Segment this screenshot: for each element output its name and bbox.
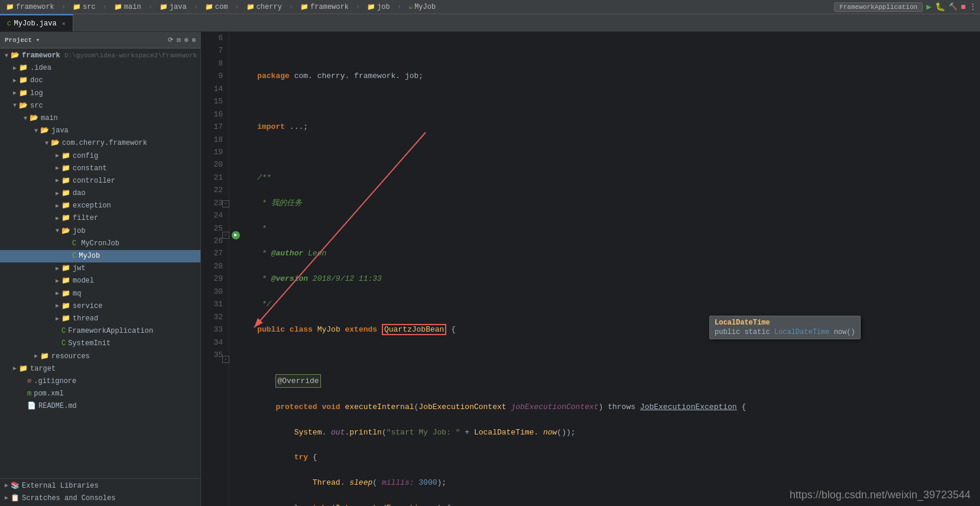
tree-item-service[interactable]: ▶ 📁 service bbox=[0, 300, 200, 313]
stop-button[interactable]: ■ bbox=[961, 2, 966, 12]
folder-icon-dao: 📁 bbox=[61, 188, 70, 199]
more-button[interactable]: ⋮ bbox=[969, 2, 976, 11]
top-nav-framework[interactable]: 📁 framework bbox=[4, 3, 57, 11]
folder-icon: 📁 bbox=[160, 3, 168, 11]
tree-item-job[interactable]: ▼ 📂 job bbox=[0, 225, 200, 238]
tree-item-dao[interactable]: ▶ 📁 dao bbox=[0, 187, 200, 200]
tree-item-doc[interactable]: ▶ 📁 doc bbox=[0, 74, 200, 87]
tree-item-model[interactable]: ▶ 📁 model bbox=[0, 275, 200, 287]
tree-arrow-java: ▼ bbox=[32, 126, 40, 136]
top-nav-main[interactable]: 📁 main bbox=[112, 3, 144, 11]
java-icon-systeminit: C bbox=[61, 338, 66, 349]
tree-item-filter[interactable]: ▶ 📁 filter bbox=[0, 212, 200, 225]
pom-icon: m bbox=[27, 388, 31, 400]
tree-arrow-controller: ▶ bbox=[53, 176, 61, 186]
tooltip-method: now() bbox=[829, 328, 855, 336]
top-nav-myjob[interactable]: ☕ MyJob bbox=[406, 2, 438, 11]
tree-item-config[interactable]: ▶ 📁 config bbox=[0, 150, 200, 163]
tree-item-controller[interactable]: ▶ 📁 controller bbox=[0, 175, 200, 187]
ext-libs-icon: 📚 bbox=[11, 481, 20, 492]
top-nav-java[interactable]: 📁 java bbox=[157, 3, 189, 11]
tree-item-systeminit[interactable]: C SystemInit bbox=[0, 338, 200, 350]
tree-item-readme[interactable]: 📄 README.md bbox=[0, 400, 200, 413]
run-config-selector[interactable]: FrameworkApplication bbox=[834, 2, 923, 12]
collapse-icon[interactable]: ⊟ bbox=[177, 36, 181, 44]
tree-item-java[interactable]: ▼ 📂 java bbox=[0, 125, 200, 137]
folder-icon-model: 📁 bbox=[61, 275, 70, 287]
top-nav-cherry[interactable]: 📁 cherry bbox=[244, 3, 284, 11]
sidebar-tree: ▼ 📂 framework D:\gyoom\idea-workspace2\f… bbox=[0, 48, 200, 478]
settings-icon[interactable]: ⚙ bbox=[184, 36, 189, 44]
top-nav-com[interactable]: 📁 com bbox=[203, 3, 231, 11]
tooltip-title: LocalDateTime bbox=[715, 319, 855, 327]
tooltip-classref: LocalDateTime bbox=[774, 328, 830, 336]
tree-item-ext-libs[interactable]: ▶ 📚 External Libraries bbox=[0, 480, 200, 492]
tree-item-mycrondob[interactable]: C MyCronJob bbox=[0, 238, 200, 250]
tree-arrow-main: ▼ bbox=[21, 114, 30, 124]
folder-icon-com-cherry: 📂 bbox=[51, 138, 60, 149]
folder-icon-controller: 📁 bbox=[61, 176, 70, 187]
top-bar: 📁 framework › 📁 src › 📁 main › 📁 java › … bbox=[0, 0, 980, 14]
tree-arrow-constant: ▶ bbox=[53, 164, 61, 173]
debug-button[interactable]: 🐛 bbox=[935, 2, 945, 12]
tab-close-button[interactable]: ✕ bbox=[62, 20, 66, 27]
tree-item-com-cherry[interactable]: ▼ 📂 com.cherry.framework bbox=[0, 137, 200, 150]
gear-icon[interactable]: ⚙ bbox=[192, 36, 196, 44]
tree-arrow-thread: ▶ bbox=[53, 314, 61, 324]
fold-icon-24[interactable]: - bbox=[222, 230, 229, 239]
tree-arrow-scratches: ▶ bbox=[2, 494, 11, 503]
tree-item-src[interactable]: ▼ 📂 src bbox=[0, 100, 200, 112]
top-nav-src[interactable]: 📁 src bbox=[70, 3, 98, 11]
folder-icon-target: 📁 bbox=[19, 364, 28, 375]
tree-item-thread[interactable]: ▶ 📁 thread bbox=[0, 313, 200, 325]
tree-item-main[interactable]: ▼ 📂 main bbox=[0, 112, 200, 125]
run-button[interactable]: ▶ bbox=[926, 2, 931, 12]
folder-icon-main: 📂 bbox=[30, 113, 38, 124]
tree-item-target[interactable]: ▶ 📁 target bbox=[0, 363, 200, 375]
folder-icon: 📁 bbox=[367, 3, 375, 11]
folder-icon-exception: 📁 bbox=[61, 200, 70, 212]
build-button[interactable]: 🔨 bbox=[949, 2, 958, 11]
sync-icon[interactable]: ⟳ bbox=[168, 36, 173, 44]
folder-icon: 📁 bbox=[6, 3, 14, 11]
code-area[interactable]: 6 7 8 9 14 15 16 17 18 19 20 21 22 23 24 bbox=[201, 32, 980, 506]
scratches-icon: 📋 bbox=[11, 493, 20, 504]
java-icon-myjob: C bbox=[72, 251, 76, 262]
tree-item-myjob[interactable]: C MyJob bbox=[0, 250, 200, 262]
tree-item-frameworkapp[interactable]: C FrameworkApplication bbox=[0, 325, 200, 338]
tree-item-idea[interactable]: ▶ 📁 .idea bbox=[0, 62, 200, 74]
fold-icon-33[interactable]: - bbox=[222, 354, 229, 363]
tree-item-pom[interactable]: m pom.xml bbox=[0, 388, 200, 400]
tab-java-icon: C bbox=[7, 20, 11, 27]
tree-item-gitignore[interactable]: ⊘ .gitignore bbox=[0, 375, 200, 388]
gutter-run-icon[interactable]: ▶ bbox=[232, 230, 240, 239]
project-label: Project ▾ bbox=[5, 36, 40, 44]
tree-arrow-mq: ▶ bbox=[53, 289, 61, 299]
main-layout: Project ▾ ⟳ ⊟ ⚙ ⚙ ▼ 📂 framework D:\gyoom… bbox=[0, 32, 980, 506]
tree-item-constant[interactable]: ▶ 📁 constant bbox=[0, 163, 200, 175]
tree-arrow-doc: ▶ bbox=[11, 76, 19, 86]
tree-item-scratches[interactable]: ▶ 📋 Scratches and Consoles bbox=[0, 492, 200, 505]
tree-arrow-log: ▶ bbox=[11, 89, 19, 98]
folder-icon-service: 📁 bbox=[61, 301, 70, 312]
folder-icon-java: 📂 bbox=[40, 125, 49, 137]
tree-item-mq[interactable]: ▶ 📁 mq bbox=[0, 288, 200, 300]
tree-item-jwt[interactable]: ▶ 📁 jwt bbox=[0, 262, 200, 275]
top-nav-job[interactable]: 📁 job bbox=[365, 3, 392, 11]
code-editor: 6 7 8 9 14 15 16 17 18 19 20 21 22 23 24 bbox=[201, 32, 980, 506]
tree-arrow-jwt: ▶ bbox=[53, 264, 61, 274]
top-nav-framework2[interactable]: 📁 framework bbox=[298, 3, 351, 11]
tab-myjob[interactable]: C MyJob.java ✕ bbox=[0, 14, 73, 31]
fold-icon-21[interactable]: - bbox=[222, 199, 229, 207]
sidebar-header: Project ▾ ⟳ ⊟ ⚙ ⚙ bbox=[0, 32, 200, 48]
tree-item-log[interactable]: ▶ 📁 log bbox=[0, 87, 200, 100]
tree-item-framework-root[interactable]: ▼ 📂 framework D:\gyoom\idea-workspace2\f… bbox=[0, 50, 200, 62]
git-icon: ⊘ bbox=[27, 376, 31, 387]
tree-item-resources[interactable]: ▶ 📁 resources bbox=[0, 351, 200, 363]
tree-item-exception[interactable]: ▶ 📁 exception bbox=[0, 200, 200, 212]
code-content[interactable]: package com. cherry. framework. job; imp… bbox=[229, 32, 980, 506]
line-numbers: 6 7 8 9 14 15 16 17 18 19 20 21 22 23 24 bbox=[201, 32, 229, 506]
tree-arrow-com-cherry: ▼ bbox=[43, 139, 51, 148]
folder-icon-log: 📁 bbox=[19, 88, 28, 99]
folder-open-icon: 📂 bbox=[11, 50, 20, 61]
